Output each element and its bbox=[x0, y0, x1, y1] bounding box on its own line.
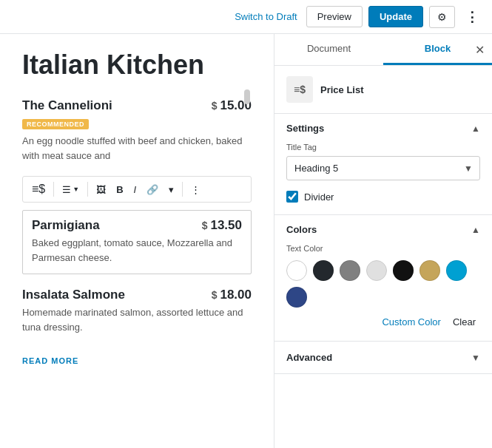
page-title: Italian Kitchen bbox=[22, 49, 252, 81]
item-name: The Cannelioni bbox=[22, 98, 112, 113]
more-rich-text-button[interactable]: ▾ bbox=[164, 181, 178, 198]
clear-color-button[interactable]: Clear bbox=[448, 315, 480, 329]
settings-section: Settings ▲ Title Tag Heading 1 Heading 2… bbox=[274, 114, 492, 215]
color-swatch-gray[interactable] bbox=[340, 260, 360, 281]
list-item: Parmigiana $ 13.50 Baked eggplant, tomat… bbox=[22, 210, 252, 274]
italic-icon: I bbox=[134, 184, 137, 195]
title-tag-label: Title Tag bbox=[286, 143, 480, 152]
title-tag-select[interactable]: Heading 1 Heading 2 Heading 3 Heading 4 … bbox=[286, 156, 480, 180]
scroll-handle[interactable] bbox=[244, 89, 250, 104]
advanced-section-header[interactable]: Advanced ▼ bbox=[274, 342, 492, 373]
item-description: Baked eggplant, tomato sauce, Mozzarella… bbox=[32, 236, 242, 265]
link-button[interactable]: 🔗 bbox=[142, 181, 163, 198]
item-name: Insalata Salmone bbox=[22, 288, 137, 302]
update-button[interactable]: Update bbox=[368, 6, 423, 27]
settings-section-title: Settings bbox=[286, 123, 324, 134]
chevron-up-icon: ▲ bbox=[471, 123, 480, 134]
color-swatch-light-gray[interactable] bbox=[366, 260, 387, 281]
settings-section-header[interactable]: Settings ▲ bbox=[274, 114, 492, 143]
item-description: Homemade marinated salmon, assorted lett… bbox=[22, 305, 252, 334]
ellipsis-icon: ⋮ bbox=[465, 10, 479, 24]
color-swatches bbox=[286, 260, 480, 308]
price-list-toolbar-button[interactable]: ≡$ bbox=[27, 180, 50, 199]
switch-to-draft-button[interactable]: Switch to Draft bbox=[235, 11, 297, 22]
bold-icon: B bbox=[116, 184, 123, 195]
custom-color-button[interactable]: Custom Color bbox=[382, 316, 440, 327]
toolbar-separator bbox=[53, 182, 54, 197]
tab-document[interactable]: Document bbox=[274, 34, 383, 65]
image-button[interactable]: 🖼 bbox=[92, 181, 110, 198]
align-button[interactable]: ☰ ▼ bbox=[58, 181, 84, 198]
more-options-button[interactable]: ⋮ bbox=[461, 6, 483, 28]
color-swatch-blue[interactable] bbox=[446, 260, 467, 281]
advanced-section-title: Advanced bbox=[286, 352, 332, 363]
close-icon: ✕ bbox=[475, 44, 485, 56]
divider-label: Divider bbox=[304, 191, 334, 203]
options-icon: ⋮ bbox=[191, 184, 200, 195]
colors-section-body: Text Color Custom Color Clear bbox=[274, 244, 492, 341]
item-price: $ 13.50 bbox=[202, 218, 242, 233]
align-dropdown-icon: ▼ bbox=[73, 186, 79, 193]
sidebar: Document Block ✕ ≡$ Price List Settings … bbox=[274, 34, 492, 448]
settings-section-body: Title Tag Heading 1 Heading 2 Heading 3 … bbox=[274, 143, 492, 214]
color-actions: Custom Color Clear bbox=[286, 315, 480, 329]
more-icon: ▾ bbox=[169, 184, 174, 195]
block-type-icon: ≡$ bbox=[286, 76, 313, 103]
color-swatch-white[interactable] bbox=[286, 260, 307, 281]
colors-section-title: Colors bbox=[286, 224, 317, 235]
toolbar-separator bbox=[182, 182, 183, 197]
chevron-up-icon: ▲ bbox=[471, 225, 480, 235]
divider-checkbox[interactable] bbox=[286, 191, 298, 203]
sidebar-tabs: Document Block ✕ bbox=[274, 34, 492, 66]
color-swatch-black[interactable] bbox=[313, 260, 334, 281]
item-description: An egg noodle stuffed with beef and chic… bbox=[22, 134, 252, 163]
item-name: Parmigiana bbox=[32, 218, 112, 233]
read-more-link[interactable]: READ MORE bbox=[22, 356, 252, 365]
block-type-row: ≡$ Price List bbox=[274, 66, 492, 114]
bold-button[interactable]: B bbox=[112, 181, 127, 198]
block-type-label: Price List bbox=[320, 84, 364, 95]
close-sidebar-button[interactable]: ✕ bbox=[475, 43, 485, 57]
main-layout: Italian Kitchen The Cannelioni $ 15.00 R… bbox=[0, 34, 492, 448]
editor-area: Italian Kitchen The Cannelioni $ 15.00 R… bbox=[0, 34, 274, 448]
italic-button[interactable]: I bbox=[129, 181, 141, 198]
colors-section: Colors ▲ Text Color Custom Color Cl bbox=[274, 215, 492, 342]
settings-button[interactable]: ⚙ bbox=[429, 6, 455, 28]
top-bar: Switch to Draft Preview Update ⚙ ⋮ bbox=[0, 0, 492, 34]
colors-section-header[interactable]: Colors ▲ bbox=[274, 215, 492, 244]
list-item: Insalata Salmone $ 18.00 Homemade marina… bbox=[22, 288, 252, 334]
list-item: The Cannelioni $ 15.00 RECOMMENDED An eg… bbox=[22, 98, 252, 163]
chevron-down-icon: ▼ bbox=[471, 353, 480, 363]
advanced-section: Advanced ▼ bbox=[274, 342, 492, 374]
item-price: $ 18.00 bbox=[212, 288, 252, 302]
text-color-label: Text Color bbox=[286, 244, 480, 253]
image-icon: 🖼 bbox=[96, 184, 106, 195]
link-icon: 🔗 bbox=[146, 184, 158, 195]
color-swatch-dark-black[interactable] bbox=[393, 260, 414, 281]
options-button[interactable]: ⋮ bbox=[186, 181, 205, 198]
align-icon: ☰ bbox=[62, 184, 71, 195]
price-list-icon: ≡$ bbox=[32, 183, 45, 196]
color-swatch-gold[interactable] bbox=[419, 260, 440, 281]
title-tag-select-wrapper: Heading 1 Heading 2 Heading 3 Heading 4 … bbox=[286, 156, 480, 180]
block-toolbar: ≡$ ☰ ▼ 🖼 B I 🔗 ▾ bbox=[22, 176, 252, 203]
recommended-badge: RECOMMENDED bbox=[22, 119, 89, 129]
preview-button[interactable]: Preview bbox=[306, 6, 363, 27]
price-list-icon: ≡$ bbox=[294, 84, 306, 95]
color-swatch-dark-blue[interactable] bbox=[286, 287, 307, 308]
divider-row: Divider bbox=[286, 191, 480, 203]
gear-icon: ⚙ bbox=[437, 11, 447, 23]
toolbar-separator bbox=[87, 182, 88, 197]
